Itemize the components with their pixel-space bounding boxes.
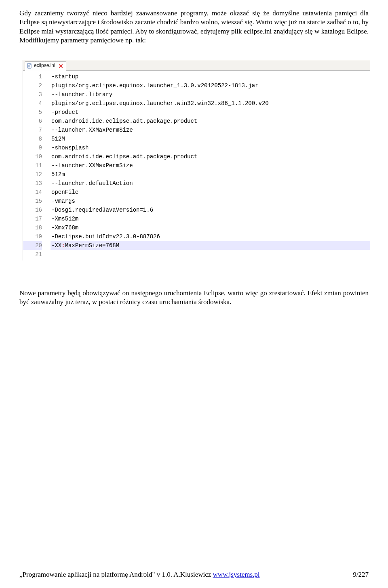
code-line[interactable]: openFile [51, 188, 370, 197]
code-line[interactable]: --launcher.XXMaxPermSize [51, 126, 370, 134]
file-icon [27, 63, 32, 69]
code-content[interactable]: -startupplugins/org.eclipse.equinox.laun… [47, 71, 370, 260]
line-number: 17 [23, 214, 42, 223]
outro-paragraph: Nowe parametry będą obowiązywać on nastę… [19, 289, 369, 307]
line-number: 8 [23, 134, 42, 143]
line-number: 13 [23, 179, 42, 188]
line-number: 15 [23, 197, 42, 206]
footer-page-number: 9/227 [353, 570, 369, 579]
code-line[interactable]: 512M [51, 134, 370, 143]
line-number: 11 [23, 161, 42, 170]
line-number: 12 [23, 170, 42, 179]
line-number-gutter: 123456789101112131415161718192021 [23, 71, 47, 260]
code-line[interactable]: -Xms512m [51, 214, 370, 223]
editor-tab-eclipse-ini[interactable]: eclipse.ini [25, 61, 66, 71]
code-line[interactable]: -Declipse.buildId=v22.3.0-887826 [51, 232, 370, 241]
line-number: 6 [23, 117, 42, 126]
line-number: 9 [23, 143, 42, 152]
line-number: 1 [23, 72, 42, 81]
code-line[interactable]: --launcher.defaultAction [51, 179, 370, 188]
code-line[interactable]: -showsplash [51, 143, 370, 152]
code-line[interactable]: 512m [51, 170, 370, 179]
line-number: 2 [23, 81, 42, 90]
code-line[interactable]: com.android.ide.eclipse.adt.package.prod… [51, 117, 370, 126]
page-footer: „Programowanie aplikacji na platformę An… [19, 570, 369, 579]
line-number: 19 [23, 232, 42, 241]
line-number: 5 [23, 108, 42, 117]
line-number: 16 [23, 206, 42, 214]
line-number: 10 [23, 152, 42, 161]
code-line[interactable]: --launcher.XXMaxPermSize [51, 161, 370, 170]
line-number: 18 [23, 223, 42, 232]
code-line[interactable]: com.android.ide.eclipse.adt.package.prod… [51, 152, 370, 161]
code-line[interactable]: -product [51, 108, 370, 117]
code-line[interactable]: -Xmx768m [51, 223, 370, 232]
code-line[interactable]: -XX:MaxPermSize=768M [51, 241, 370, 250]
intro-paragraph: Gdy zaczniemy tworzyć nieco bardziej zaa… [19, 9, 369, 45]
footer-link[interactable]: www.jsystems.pl [213, 571, 260, 578]
code-line[interactable]: plugins/org.eclipse.equinox.launcher.win… [51, 99, 370, 108]
line-number: 4 [23, 99, 42, 108]
footer-left: „Programowanie aplikacji na platformę An… [19, 570, 260, 579]
editor-tab-label: eclipse.ini [34, 63, 55, 69]
code-line[interactable]: -vmargs [51, 197, 370, 206]
line-number: 7 [23, 126, 42, 134]
line-number: 3 [23, 90, 42, 99]
editor-window: eclipse.ini 1234567891011121314151617181… [23, 60, 370, 260]
code-body: 123456789101112131415161718192021 -start… [23, 71, 370, 260]
code-line[interactable]: --launcher.library [51, 90, 370, 99]
code-line[interactable]: -Dosgi.requiredJavaVersion=1.6 [51, 206, 370, 214]
footer-book-title: „Programowanie aplikacji na platformę An… [19, 571, 213, 578]
line-number: 14 [23, 188, 42, 197]
code-line[interactable]: -startup [51, 72, 370, 81]
code-line[interactable] [51, 250, 370, 259]
line-number: 21 [23, 250, 42, 259]
editor-tabbar: eclipse.ini [23, 60, 370, 71]
line-number: 20 [23, 241, 42, 250]
close-icon[interactable] [59, 63, 63, 68]
code-line[interactable]: plugins/org.eclipse.equinox.launcher_1.3… [51, 81, 370, 90]
